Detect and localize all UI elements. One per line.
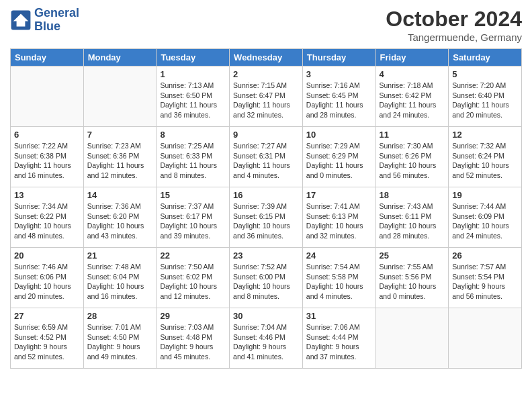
day-cell: 1Sunrise: 7:13 AM Sunset: 6:50 PM Daylig… [157,66,230,127]
day-cell: 4Sunrise: 7:18 AM Sunset: 6:42 PM Daylig… [375,66,449,127]
day-number: 31 [306,311,372,321]
day-cell [83,66,157,127]
day-number: 25 [380,250,445,261]
day-number: 6 [14,130,80,140]
day-cell: 9Sunrise: 7:27 AM Sunset: 6:31 PM Daylig… [230,127,303,187]
day-info: Sunrise: 7:30 AM Sunset: 6:26 PM Dayligh… [380,141,445,181]
day-info: Sunrise: 7:06 AM Sunset: 4:44 PM Dayligh… [306,322,372,362]
day-cell: 14Sunrise: 7:36 AM Sunset: 6:20 PM Dayli… [83,187,157,248]
day-cell [11,66,84,127]
day-number: 7 [87,130,153,140]
day-cell: 6Sunrise: 7:22 AM Sunset: 6:38 PM Daylig… [11,127,84,187]
day-cell: 13Sunrise: 7:34 AM Sunset: 6:22 PM Dayli… [11,187,84,248]
day-info: Sunrise: 7:29 AM Sunset: 6:29 PM Dayligh… [306,141,372,181]
day-cell: 16Sunrise: 7:39 AM Sunset: 6:15 PM Dayli… [230,187,303,248]
day-number: 2 [233,69,299,79]
day-cell: 19Sunrise: 7:44 AM Sunset: 6:09 PM Dayli… [449,187,522,248]
day-number: 15 [160,190,226,200]
day-cell: 7Sunrise: 7:23 AM Sunset: 6:36 PM Daylig… [83,127,157,187]
day-number: 1 [160,69,226,79]
day-number: 16 [233,190,299,200]
weekday-header-friday: Friday [375,49,449,66]
day-number: 27 [14,311,80,321]
day-number: 18 [380,190,445,200]
day-cell: 2Sunrise: 7:15 AM Sunset: 6:47 PM Daylig… [230,66,303,127]
day-info: Sunrise: 7:50 AM Sunset: 6:02 PM Dayligh… [160,262,226,302]
day-info: Sunrise: 7:18 AM Sunset: 6:42 PM Dayligh… [380,81,445,120]
day-info: Sunrise: 7:46 AM Sunset: 6:06 PM Dayligh… [14,262,80,302]
calendar-table: SundayMondayTuesdayWednesdayThursdayFrid… [10,48,522,369]
day-info: Sunrise: 7:32 AM Sunset: 6:24 PM Dayligh… [452,141,518,181]
day-number: 3 [306,69,372,79]
day-info: Sunrise: 7:44 AM Sunset: 6:09 PM Dayligh… [452,201,518,241]
day-number: 26 [452,250,518,261]
day-info: Sunrise: 7:27 AM Sunset: 6:31 PM Dayligh… [233,141,299,181]
day-number: 8 [160,130,226,140]
logo-icon [10,9,32,31]
month-title: October 2024 [386,7,522,32]
day-info: Sunrise: 7:04 AM Sunset: 4:46 PM Dayligh… [233,322,299,362]
week-row-3: 13Sunrise: 7:34 AM Sunset: 6:22 PM Dayli… [11,187,522,248]
day-cell: 18Sunrise: 7:43 AM Sunset: 6:11 PM Dayli… [375,187,449,248]
day-info: Sunrise: 7:01 AM Sunset: 4:50 PM Dayligh… [87,322,153,362]
day-cell: 15Sunrise: 7:37 AM Sunset: 6:17 PM Dayli… [157,187,230,248]
day-number: 23 [233,250,299,261]
weekday-header-sunday: Sunday [11,49,84,66]
day-info: Sunrise: 7:15 AM Sunset: 6:47 PM Dayligh… [233,81,299,120]
day-info: Sunrise: 7:03 AM Sunset: 4:48 PM Dayligh… [160,322,226,362]
weekday-header-row: SundayMondayTuesdayWednesdayThursdayFrid… [11,49,522,66]
weekday-header-saturday: Saturday [449,49,522,66]
location: Tangermuende, Germany [386,32,522,43]
day-number: 20 [14,250,80,261]
day-number: 10 [306,130,372,140]
day-info: Sunrise: 7:13 AM Sunset: 6:50 PM Dayligh… [160,81,226,120]
day-cell: 17Sunrise: 7:41 AM Sunset: 6:13 PM Dayli… [302,187,375,248]
day-number: 12 [452,130,518,140]
day-cell: 11Sunrise: 7:30 AM Sunset: 6:26 PM Dayli… [375,127,449,187]
day-info: Sunrise: 7:54 AM Sunset: 5:58 PM Dayligh… [306,262,372,302]
day-info: Sunrise: 7:25 AM Sunset: 6:33 PM Dayligh… [160,141,226,181]
day-cell: 24Sunrise: 7:54 AM Sunset: 5:58 PM Dayli… [302,248,375,308]
day-number: 29 [160,311,226,321]
day-info: Sunrise: 7:23 AM Sunset: 6:36 PM Dayligh… [87,141,153,181]
week-row-4: 20Sunrise: 7:46 AM Sunset: 6:06 PM Dayli… [11,248,522,308]
day-cell [375,308,449,369]
day-info: Sunrise: 7:20 AM Sunset: 6:40 PM Dayligh… [452,81,518,120]
day-cell: 8Sunrise: 7:25 AM Sunset: 6:33 PM Daylig… [157,127,230,187]
day-cell: 25Sunrise: 7:55 AM Sunset: 5:56 PM Dayli… [375,248,449,308]
day-cell [449,308,522,369]
weekday-header-monday: Monday [83,49,157,66]
day-cell: 28Sunrise: 7:01 AM Sunset: 4:50 PM Dayli… [83,308,157,369]
day-cell: 3Sunrise: 7:16 AM Sunset: 6:45 PM Daylig… [302,66,375,127]
day-number: 21 [87,250,153,261]
day-cell: 31Sunrise: 7:06 AM Sunset: 4:44 PM Dayli… [302,308,375,369]
logo: General Blue [10,7,79,34]
day-cell: 27Sunrise: 6:59 AM Sunset: 4:52 PM Dayli… [11,308,84,369]
day-info: Sunrise: 7:36 AM Sunset: 6:20 PM Dayligh… [87,201,153,241]
day-number: 11 [380,130,445,140]
day-number: 22 [160,250,226,261]
day-cell: 10Sunrise: 7:29 AM Sunset: 6:29 PM Dayli… [302,127,375,187]
day-info: Sunrise: 7:48 AM Sunset: 6:04 PM Dayligh… [87,262,153,302]
day-info: Sunrise: 7:55 AM Sunset: 5:56 PM Dayligh… [380,262,445,302]
day-number: 28 [87,311,153,321]
day-cell: 20Sunrise: 7:46 AM Sunset: 6:06 PM Dayli… [11,248,84,308]
day-cell: 29Sunrise: 7:03 AM Sunset: 4:48 PM Dayli… [157,308,230,369]
day-number: 14 [87,190,153,200]
week-row-2: 6Sunrise: 7:22 AM Sunset: 6:38 PM Daylig… [11,127,522,187]
day-number: 9 [233,130,299,140]
day-number: 30 [233,311,299,321]
logo-text: General Blue [34,7,79,34]
calendar-body: 1Sunrise: 7:13 AM Sunset: 6:50 PM Daylig… [11,66,522,369]
weekday-header-tuesday: Tuesday [157,49,230,66]
day-info: Sunrise: 7:39 AM Sunset: 6:15 PM Dayligh… [233,201,299,241]
day-info: Sunrise: 7:43 AM Sunset: 6:11 PM Dayligh… [380,201,445,241]
day-number: 4 [380,69,445,79]
day-number: 19 [452,190,518,200]
day-cell: 12Sunrise: 7:32 AM Sunset: 6:24 PM Dayli… [449,127,522,187]
day-info: Sunrise: 7:57 AM Sunset: 5:54 PM Dayligh… [452,262,518,302]
header: General Blue October 2024 Tangermuende, … [10,7,522,43]
day-cell: 30Sunrise: 7:04 AM Sunset: 4:46 PM Dayli… [230,308,303,369]
day-info: Sunrise: 7:34 AM Sunset: 6:22 PM Dayligh… [14,201,80,241]
day-number: 5 [452,69,518,79]
